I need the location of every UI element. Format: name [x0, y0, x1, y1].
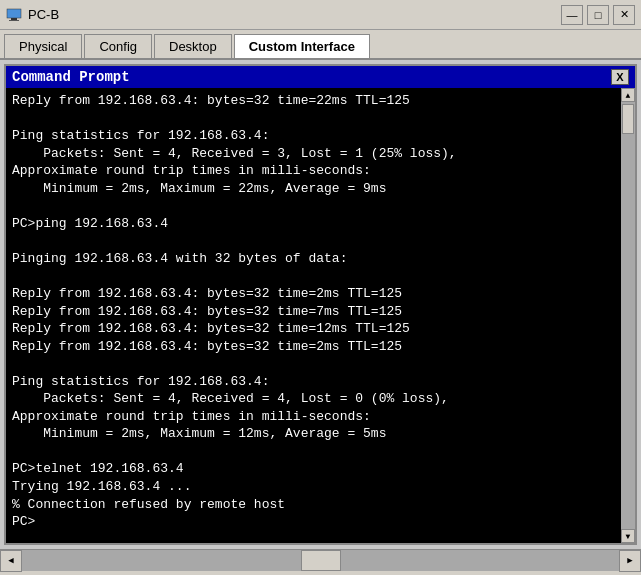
cmd-body-wrapper: Reply from 192.168.63.4: bytes=32 time=2…: [6, 88, 635, 543]
cmd-scroll-thumb[interactable]: [622, 104, 634, 134]
tab-desktop[interactable]: Desktop: [154, 34, 232, 58]
cmd-vertical-scrollbar: ▲ ▼: [621, 88, 635, 543]
minimize-button[interactable]: —: [561, 5, 583, 25]
command-prompt-window: Command Prompt X Reply from 192.168.63.4…: [4, 64, 637, 545]
cmd-scroll-up-button[interactable]: ▲: [621, 88, 635, 102]
window-title-left: PC-B: [6, 7, 59, 23]
scroll-left-button[interactable]: ◀: [0, 550, 22, 572]
window-title-text: PC-B: [28, 7, 59, 22]
content-area: Command Prompt X Reply from 192.168.63.4…: [0, 60, 641, 549]
computer-icon: [6, 7, 22, 23]
svg-rect-0: [7, 9, 21, 18]
scroll-right-button[interactable]: ▶: [619, 550, 641, 572]
cmd-title-bar: Command Prompt X: [6, 66, 635, 88]
tab-custom-interface[interactable]: Custom Interface: [234, 34, 370, 58]
tab-bar: Physical Config Desktop Custom Interface: [0, 30, 641, 60]
tab-physical[interactable]: Physical: [4, 34, 82, 58]
window-controls: — □ ✕: [561, 5, 635, 25]
tab-config[interactable]: Config: [84, 34, 152, 58]
svg-rect-1: [11, 18, 17, 20]
close-window-button[interactable]: ✕: [613, 5, 635, 25]
window-title-bar: PC-B — □ ✕: [0, 0, 641, 30]
scroll-track: [22, 550, 619, 571]
cmd-output[interactable]: Reply from 192.168.63.4: bytes=32 time=2…: [6, 88, 621, 543]
maximize-button[interactable]: □: [587, 5, 609, 25]
scroll-thumb[interactable]: [301, 550, 341, 571]
cmd-close-button[interactable]: X: [611, 69, 629, 85]
cmd-title-text: Command Prompt: [12, 69, 130, 85]
cmd-scroll-down-button[interactable]: ▼: [621, 529, 635, 543]
svg-rect-2: [9, 20, 19, 21]
horizontal-scrollbar: ◀ ▶: [0, 549, 641, 571]
